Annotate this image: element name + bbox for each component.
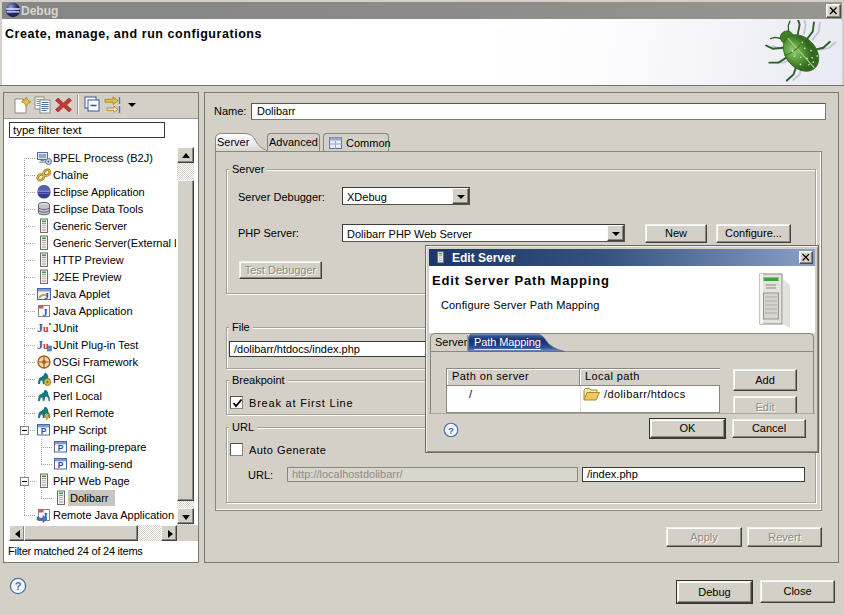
svg-text:J: J (44, 291, 49, 301)
svg-text:?: ? (448, 425, 454, 436)
svg-text:u: u (43, 323, 49, 334)
svg-text:?: ? (15, 580, 22, 592)
